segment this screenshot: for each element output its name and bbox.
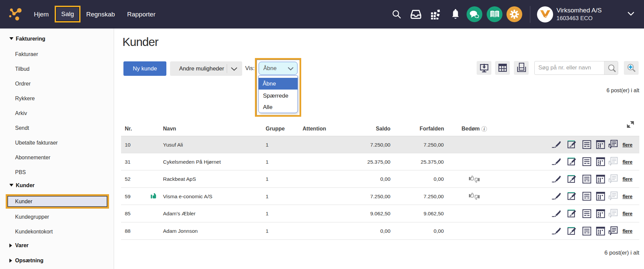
svg-text:i: i	[484, 127, 485, 131]
